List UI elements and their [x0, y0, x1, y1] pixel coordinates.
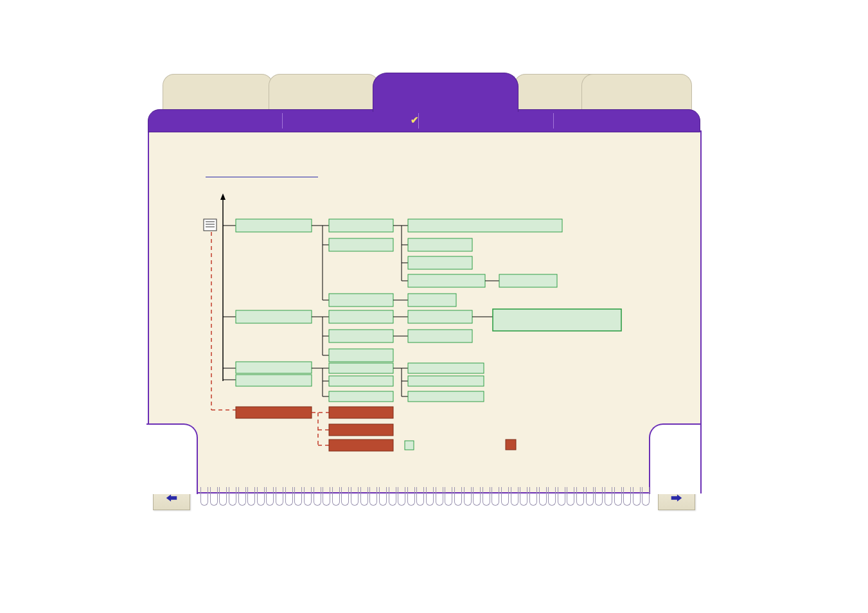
node-g1-col3e: [408, 294, 456, 306]
tree-diagram: [197, 182, 686, 484]
page-body: [148, 130, 702, 493]
node-red-col2b: [329, 424, 393, 436]
node-g3-col2a: [329, 363, 393, 373]
node-g3-col3a: [408, 363, 484, 373]
page-notch: [649, 423, 700, 494]
node-g3-col1b: [236, 375, 312, 386]
node-red-col1: [236, 407, 312, 418]
node-g1-col3a: [408, 219, 562, 232]
node-red-col2a: [329, 407, 393, 418]
node-g2-sidebox: [493, 309, 621, 331]
node-g2-col1: [236, 310, 312, 323]
node-g3-col2c: [329, 391, 393, 402]
svg-rect-3: [204, 219, 217, 231]
spiral-binding: [200, 487, 650, 513]
tab-1[interactable]: [163, 74, 273, 110]
header-bar: ✔: [148, 109, 700, 132]
node-g2-col3b: [408, 330, 472, 342]
node-g3-col3b: [408, 376, 484, 386]
node-g1-col2a: [329, 219, 393, 232]
node-g1-col2c: [329, 294, 393, 306]
node-g3-col3c: [408, 391, 484, 402]
tab-3-active[interactable]: [373, 73, 518, 112]
node-g3-col2b: [329, 376, 393, 386]
node-g1-col3d: [408, 274, 485, 287]
node-red-col2c: [329, 440, 393, 451]
node-g2-col3a: [408, 310, 472, 323]
node-g1-col3d-ext: [499, 274, 557, 287]
node-g2-col2a: [329, 310, 393, 323]
node-g2-col2b: [329, 330, 393, 342]
tab-5[interactable]: [581, 74, 692, 110]
node-g1-col1: [236, 219, 312, 232]
tab-2[interactable]: [269, 74, 379, 110]
header-separator: [282, 113, 283, 129]
legend-red-swatch: [506, 440, 516, 450]
node-g1-col3b: [408, 238, 472, 251]
scroll-icon: [204, 219, 217, 231]
header-separator: [418, 113, 419, 129]
header-separator: [553, 113, 554, 129]
node-g1-col2b: [329, 238, 393, 251]
node-g3-col1a: [236, 362, 312, 373]
page-notch: [146, 423, 198, 494]
title-underline: [206, 177, 318, 177]
node-g2-col2c: [329, 349, 393, 362]
legend-green-swatch: [405, 441, 414, 450]
stage: ✔: [0, 0, 868, 613]
diagram-area: [197, 169, 686, 477]
node-g1-col3c: [408, 256, 472, 269]
